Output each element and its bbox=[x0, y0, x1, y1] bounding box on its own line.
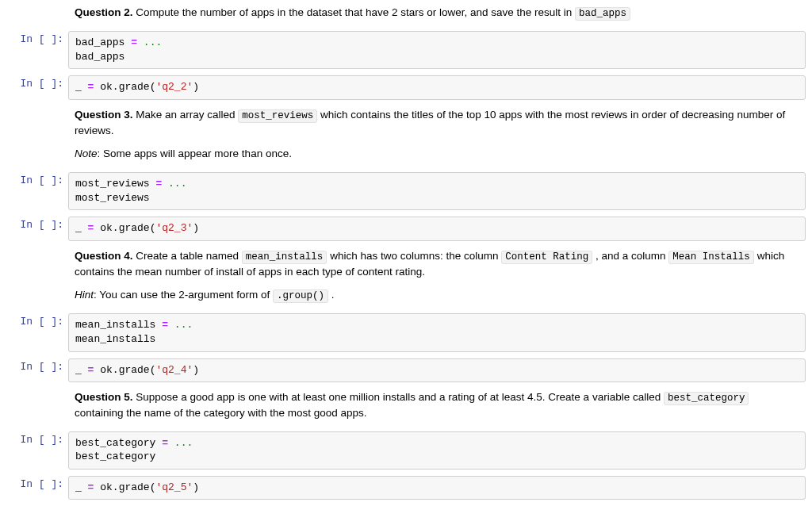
t: which has two columns: the column bbox=[327, 250, 501, 262]
code-input[interactable]: mean_installs = ... mean_installs bbox=[68, 313, 806, 351]
t: : You can use the 2-argument form of bbox=[94, 289, 273, 301]
input-prompt: In [ ]: bbox=[6, 73, 68, 104]
tok: . bbox=[113, 481, 119, 493]
q4-text: Question 4. Create a table named mean_in… bbox=[68, 245, 806, 312]
tok: = bbox=[162, 319, 168, 331]
tok: most_reviews bbox=[75, 192, 150, 204]
code-cell[interactable]: In [ ]: mean_installs = ... mean_install… bbox=[0, 311, 812, 355]
code-cell[interactable]: In [ ]: _ = ok.grade('q2_4') bbox=[0, 356, 812, 387]
tok: ok bbox=[94, 222, 112, 234]
note-text: : Some apps will appear more than once. bbox=[98, 148, 292, 159]
q3-body-a: Make an array called bbox=[133, 109, 239, 121]
input-prompt: In [ ]: bbox=[6, 429, 68, 473]
q5-label: Question 5. bbox=[75, 391, 133, 403]
tok: ... bbox=[168, 437, 193, 449]
inline-code: most_reviews bbox=[238, 109, 317, 123]
code-input[interactable]: _ = ok.grade('q2_5') bbox=[68, 476, 806, 500]
tok: grade bbox=[119, 222, 150, 234]
tok: ok bbox=[94, 364, 112, 376]
tok: mean_installs bbox=[75, 333, 155, 345]
q2-label: Question 2. bbox=[75, 6, 133, 18]
markdown-cell-q3: Question 3. Make an array called most_re… bbox=[0, 104, 812, 170]
inline-code: Content Rating bbox=[501, 251, 592, 264]
tok: grade bbox=[119, 481, 150, 493]
code-cell[interactable]: In [ ]: _ = ok.grade('q2_2') bbox=[0, 73, 812, 104]
tok: best_category bbox=[75, 450, 155, 462]
tok: grade bbox=[119, 81, 150, 93]
code-cell[interactable]: In [ ]: _ = ok.grade('q2_5') bbox=[0, 473, 812, 504]
empty-prompt bbox=[6, 245, 68, 312]
tok: most_reviews bbox=[75, 178, 155, 190]
inline-code: .group() bbox=[273, 289, 328, 303]
q2-body: Compute the number of apps in the datase… bbox=[133, 6, 576, 18]
markdown-cell-q2: Question 2. Compute the number of apps i… bbox=[0, 2, 812, 29]
tok: _ bbox=[75, 364, 88, 376]
inline-code: bad_apps bbox=[575, 7, 630, 21]
tok: _ bbox=[75, 222, 88, 234]
inline-code: mean_installs bbox=[242, 251, 327, 264]
tok: ) bbox=[193, 222, 199, 234]
input-prompt: In [ ]: bbox=[6, 214, 68, 245]
tok: _ bbox=[75, 81, 88, 93]
q5-text: Question 5. Suppose a good app is one wi… bbox=[68, 386, 806, 429]
tok: _ bbox=[75, 481, 88, 493]
code-cell[interactable]: In [ ]: bad_apps = ... bad_apps bbox=[0, 29, 812, 73]
code-input[interactable]: most_reviews = ... most_reviews bbox=[68, 172, 806, 210]
inline-code: Mean Installs bbox=[668, 251, 754, 264]
tok: ... bbox=[162, 178, 186, 190]
tok: mean_installs bbox=[75, 319, 162, 331]
t: . bbox=[328, 289, 335, 301]
markdown-cell-q5: Question 5. Suppose a good app is one wi… bbox=[0, 386, 812, 429]
tok: ok bbox=[94, 481, 112, 493]
input-prompt: In [ ]: bbox=[6, 473, 68, 504]
tok: ok bbox=[94, 81, 112, 93]
t: Create a table named bbox=[133, 250, 242, 262]
code-cell[interactable]: In [ ]: best_category = ... best_categor… bbox=[0, 429, 812, 473]
notebook: Question 2. Compute the number of apps i… bbox=[0, 0, 812, 512]
t: Suppose a good app is one with at least … bbox=[133, 391, 664, 403]
code-input[interactable]: best_category = ... best_category bbox=[68, 431, 806, 470]
t: , and a column bbox=[592, 250, 668, 262]
tok: . bbox=[113, 222, 119, 234]
q3-label: Question 3. bbox=[75, 109, 133, 121]
tok: ) bbox=[193, 81, 199, 93]
q2-text: Question 2. Compute the number of apps i… bbox=[68, 2, 806, 29]
code-cell[interactable]: In [ ]: most_reviews = ... most_reviews bbox=[0, 170, 812, 214]
tok: ... bbox=[137, 36, 162, 48]
t: containing the name of the category with… bbox=[75, 407, 366, 419]
tok: . bbox=[113, 81, 119, 93]
tok: best_category bbox=[75, 437, 162, 449]
tok: . bbox=[113, 364, 119, 376]
tok: 'q2_2' bbox=[155, 81, 193, 93]
empty-prompt bbox=[6, 2, 68, 29]
note-label: Note bbox=[75, 148, 98, 159]
inline-code: best_category bbox=[664, 392, 749, 405]
input-prompt: In [ ]: bbox=[6, 311, 68, 355]
q4-label: Question 4. bbox=[75, 250, 133, 262]
tok: ) bbox=[193, 481, 199, 493]
hint-label: Hint bbox=[75, 289, 94, 301]
tok: ) bbox=[193, 364, 199, 376]
tok: bad_apps bbox=[75, 51, 124, 63]
tok: bad_apps bbox=[75, 36, 131, 48]
empty-prompt bbox=[6, 104, 68, 170]
tok: ... bbox=[168, 319, 193, 331]
q3-text: Question 3. Make an array called most_re… bbox=[68, 104, 806, 170]
tok: = bbox=[162, 437, 168, 449]
tok: = bbox=[131, 36, 137, 48]
input-prompt: In [ ]: bbox=[6, 356, 68, 387]
tok: grade bbox=[119, 364, 150, 376]
input-prompt: In [ ]: bbox=[6, 170, 68, 214]
tok: 'q2_3' bbox=[155, 222, 193, 234]
code-cell[interactable]: In [ ]: _ = ok.grade('q2_3') bbox=[0, 214, 812, 245]
empty-prompt bbox=[6, 386, 68, 429]
tok: 'q2_5' bbox=[155, 481, 193, 493]
tok: 'q2_4' bbox=[155, 364, 193, 376]
code-input[interactable]: _ = ok.grade('q2_3') bbox=[68, 217, 806, 241]
markdown-cell-q4: Question 4. Create a table named mean_in… bbox=[0, 245, 812, 312]
code-input[interactable]: _ = ok.grade('q2_2') bbox=[68, 75, 806, 100]
input-prompt: In [ ]: bbox=[6, 29, 68, 73]
code-input[interactable]: bad_apps = ... bad_apps bbox=[68, 31, 806, 69]
code-input[interactable]: _ = ok.grade('q2_4') bbox=[68, 358, 806, 383]
